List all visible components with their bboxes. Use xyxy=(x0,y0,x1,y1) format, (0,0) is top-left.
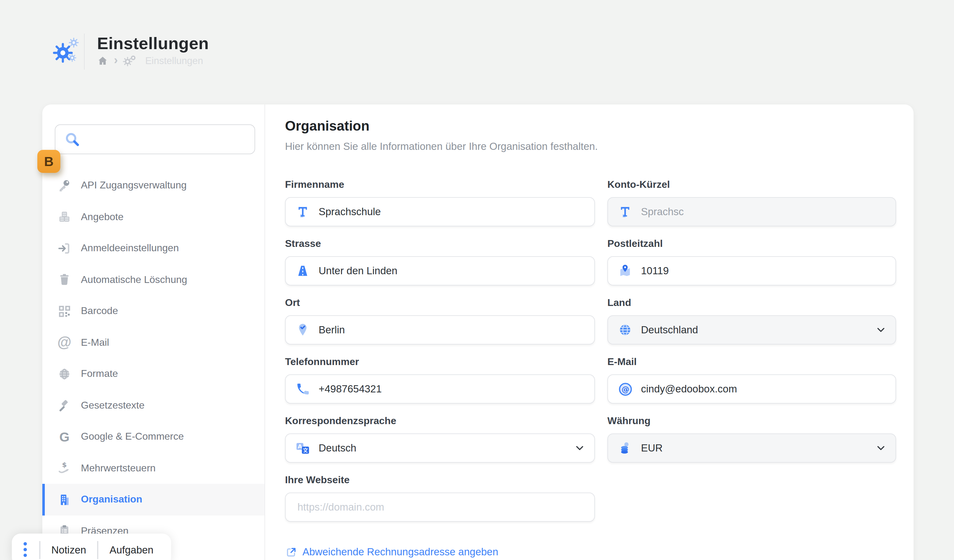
chevron-down-icon xyxy=(875,442,887,454)
field-label: Land xyxy=(607,297,896,311)
sidebar-item-label: Angebote xyxy=(81,212,123,222)
svg-text:@: @ xyxy=(621,385,629,394)
sidebar-item-email[interactable]: @ E-Mail xyxy=(42,327,265,358)
field-postleitzahl: Postleitzahl 10119 xyxy=(607,238,896,285)
field-email: E-Mail @ cindy@edoobox.com xyxy=(607,356,896,404)
sidebar-item-label: Google & E-Commerce xyxy=(81,431,184,442)
strasse-input[interactable]: Unter den Linden xyxy=(285,256,595,285)
field-strasse: Strasse Unter den Linden xyxy=(285,238,595,285)
billing-address-link[interactable]: Abweichende Rechnungsadresse angeben xyxy=(286,546,498,558)
text-icon xyxy=(295,204,310,219)
field-korrespondenzsprache: Korrespondenzsprache A Deutsch xyxy=(285,415,595,463)
webseite-input[interactable]: https://domain.com xyxy=(285,493,595,522)
korrespondenzsprache-select[interactable]: A Deutsch xyxy=(285,434,595,463)
kebab-menu-icon[interactable] xyxy=(22,541,28,558)
map-marker-icon xyxy=(617,263,633,278)
sidebar-item-gesetzestexte[interactable]: Gesetzestexte xyxy=(42,390,265,421)
breadcrumb-current: Einstellungen xyxy=(145,55,203,67)
sidebar-search-input[interactable] xyxy=(55,124,255,154)
billing-address-link-label: Abweichende Rechnungsadresse angeben xyxy=(302,546,498,558)
field-value: +4987654321 xyxy=(319,383,382,395)
field-firmenname: Firmenname Sprachschule xyxy=(285,179,595,226)
bottom-toolbar: Notizen Aufgaben xyxy=(12,534,171,560)
sidebar-item-label: Anmeldeeinstellungen xyxy=(81,243,179,254)
telefonnummer-input[interactable]: +4987654321 xyxy=(285,374,595,404)
sidebar-item-api-zugangsverwaltung[interactable]: API Zugangsverwaltung xyxy=(42,170,265,201)
at-icon: @ xyxy=(57,335,72,350)
email-input[interactable]: @ cindy@edoobox.com xyxy=(607,374,896,404)
organisation-panel: Organisation Hier können Sie alle Inform… xyxy=(265,104,913,560)
field-placeholder: https://domain.com xyxy=(298,501,384,513)
firmenname-input[interactable]: Sprachschule xyxy=(285,197,595,226)
field-label: Telefonnummer xyxy=(285,356,595,370)
organisation-form: Firmenname Sprachschule Konto-Kürzel xyxy=(285,179,896,522)
translate-icon: A xyxy=(295,440,310,456)
field-label: Ort xyxy=(285,297,595,311)
land-select[interactable]: Deutschland xyxy=(607,315,896,345)
home-icon[interactable] xyxy=(97,55,108,67)
field-value: Sprachsc xyxy=(641,206,684,218)
postleitzahl-input[interactable]: 10119 xyxy=(607,256,896,285)
sidebar-nav: API Zugangsverwaltung Angeb xyxy=(42,170,265,547)
text-icon xyxy=(617,204,633,219)
sidebar-item-mehrwertsteuern[interactable]: $ Mehrwertsteuern xyxy=(42,453,265,484)
sidebar-item-google-ecommerce[interactable]: G Google & E-Commerce xyxy=(42,421,265,453)
field-konto-kuerzel: Konto-Kürzel Sprachsc xyxy=(607,179,896,226)
field-label: Postleitzahl xyxy=(607,238,896,252)
waehrung-select[interactable]: EUR xyxy=(607,434,896,463)
search-icon xyxy=(64,131,81,148)
notizen-tab[interactable]: Notizen xyxy=(51,544,86,555)
sidebar-item-automatische-loeschung[interactable]: Automatische Löschung xyxy=(42,264,265,296)
field-label: E-Mail xyxy=(607,356,896,370)
konto-kuerzel-input: Sprachsc xyxy=(607,197,896,226)
globe-icon xyxy=(57,366,72,382)
field-value: EUR xyxy=(641,442,663,454)
sidebar-item-anmeldeeinstellungen[interactable]: Anmeldeeinstellungen xyxy=(42,233,265,264)
field-value: 10119 xyxy=(641,265,669,277)
trash-icon xyxy=(57,272,72,288)
field-value: Unter den Linden xyxy=(319,265,398,277)
field-value: Sprachschule xyxy=(319,206,381,218)
sidebar-item-label: Mehrwertsteuern xyxy=(81,463,156,474)
sidebar-item-label: Formate xyxy=(81,369,118,380)
section-title: Organisation xyxy=(285,118,369,134)
field-value: Deutsch xyxy=(319,442,356,454)
road-icon xyxy=(295,263,310,278)
qr-code-icon xyxy=(57,303,72,319)
globe-icon xyxy=(617,322,633,338)
aufgaben-tab[interactable]: Aufgaben xyxy=(109,544,153,555)
ort-input[interactable]: Berlin xyxy=(285,315,595,345)
field-label: Währung xyxy=(607,415,896,429)
sidebar-item-barcode[interactable]: Barcode xyxy=(42,296,265,327)
building-icon xyxy=(57,492,72,507)
beta-badge[interactable]: B xyxy=(37,150,60,173)
sidebar-item-label: E-Mail xyxy=(81,337,109,348)
field-label: Korrespondenzsprache xyxy=(285,415,595,429)
sidebar-item-organisation[interactable]: Organisation xyxy=(42,484,265,515)
gavel-icon xyxy=(57,398,72,413)
hand-dollar-icon: $ xyxy=(57,460,72,476)
sidebar-item-label: Gesetzestexte xyxy=(81,400,145,411)
mini-gears-icon xyxy=(123,55,138,67)
key-icon xyxy=(57,178,72,193)
section-subtitle: Hier können Sie alle Informationen über … xyxy=(285,140,598,152)
sign-in-icon xyxy=(57,241,72,256)
external-link-icon xyxy=(286,546,297,557)
sidebar-item-label: Barcode xyxy=(81,306,118,317)
sidebar-item-angebote[interactable]: Angebote xyxy=(42,201,265,233)
chevron-down-icon xyxy=(875,324,887,336)
sidebar-item-label: API Zugangsverwaltung xyxy=(81,180,187,191)
breadcrumb-separator-icon: › xyxy=(114,53,118,67)
toolbar-divider xyxy=(97,541,98,559)
settings-gears-icon xyxy=(52,37,81,66)
svg-text:$: $ xyxy=(62,461,67,469)
settings-card: API Zugangsverwaltung Angeb xyxy=(42,104,913,560)
svg-text:A: A xyxy=(298,443,302,450)
settings-sidebar: API Zugangsverwaltung Angeb xyxy=(42,104,265,560)
breadcrumb: › Einstellungen xyxy=(97,55,203,67)
at-circle-icon: @ xyxy=(617,381,633,397)
sidebar-item-formate[interactable]: Formate xyxy=(42,358,265,390)
field-label: Ihre Webseite xyxy=(285,474,595,488)
chevron-down-icon xyxy=(574,442,586,454)
coins-icon xyxy=(617,440,633,456)
